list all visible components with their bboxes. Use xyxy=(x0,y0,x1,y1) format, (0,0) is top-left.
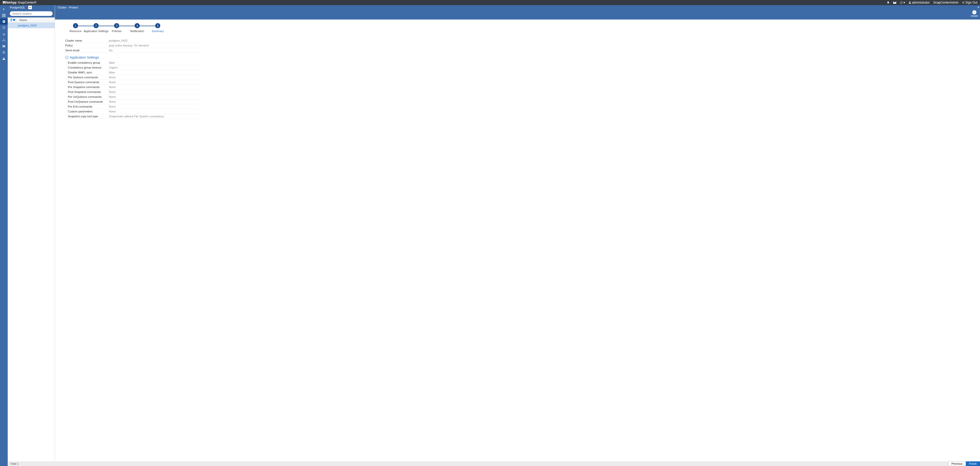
messages-icon[interactable] xyxy=(893,1,896,4)
netapp-logo-icon xyxy=(3,1,6,4)
user-menu[interactable]: administrator xyxy=(908,1,930,4)
top-bar: NetApp SnapCenter® ?▾ administrator Snap… xyxy=(0,0,980,5)
svg-text:?: ? xyxy=(901,2,902,3)
brand: NetApp xyxy=(6,1,17,4)
product-name: SnapCenter® xyxy=(18,1,37,4)
signout-button[interactable]: Sign Out xyxy=(962,1,977,4)
notifications-icon[interactable] xyxy=(887,1,889,4)
role-label[interactable]: SnapCenterAdmin xyxy=(933,1,958,4)
help-icon[interactable]: ?▾ xyxy=(900,1,905,4)
